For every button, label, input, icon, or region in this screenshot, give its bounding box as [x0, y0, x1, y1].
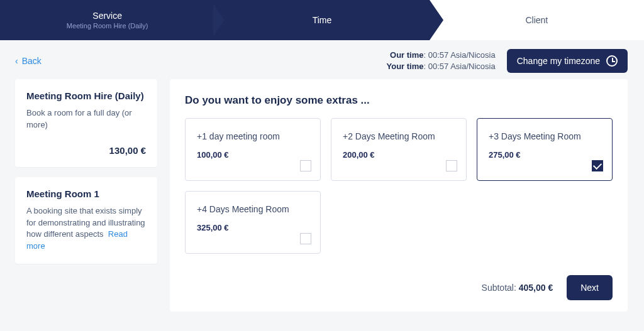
- your-time-value: 00:57 Asia/Nicosia: [428, 62, 496, 71]
- card-price: 130,00 €: [26, 145, 146, 156]
- footer: Subtotal: 405,00 € Next: [185, 254, 613, 300]
- extra-name: +1 day meeting room: [197, 131, 309, 141]
- extra-price: 200,00 €: [343, 150, 455, 160]
- subtotal: Subtotal: 405,00 €: [482, 283, 553, 293]
- checkbox-icon[interactable]: [300, 160, 311, 171]
- extra-name: +3 Days Meeting Room: [489, 131, 601, 141]
- subtotal-label: Subtotal:: [482, 283, 516, 293]
- our-time-value: 00:57 Asia/Nicosia: [428, 50, 496, 60]
- card-desc: A booking site that exists simply for de…: [26, 205, 146, 252]
- your-time-label: Your time: [387, 62, 424, 71]
- card-title: Meeting Room 1: [26, 188, 146, 199]
- sidebar: Meeting Room Hire (Daily) Book a room fo…: [15, 79, 157, 312]
- change-timezone-label: Change my timezone: [517, 56, 600, 66]
- checkbox-icon[interactable]: [300, 233, 311, 244]
- chevron-left-icon: ‹: [15, 56, 18, 66]
- extra-option[interactable]: +1 day meeting room 100,00 €: [185, 118, 321, 181]
- extra-name: +4 Days Meeting Room: [197, 204, 309, 214]
- extra-option[interactable]: +3 Days Meeting Room 275,00 €: [477, 118, 613, 181]
- subtotal-value: 405,00 €: [519, 283, 553, 293]
- topbar: ‹ Back Our time: 00:57 Asia/Nicosia Your…: [0, 40, 644, 79]
- step-service[interactable]: Service Meeting Room Hire (Daily): [0, 0, 214, 40]
- clock-icon: [606, 55, 618, 67]
- change-timezone-button[interactable]: Change my timezone: [507, 49, 628, 73]
- extras-heading: Do you want to enjoy some extras ...: [185, 94, 613, 107]
- next-button[interactable]: Next: [567, 275, 613, 300]
- step-client[interactable]: Client: [430, 0, 644, 40]
- step-sublabel: Meeting Room Hire (Daily): [67, 22, 148, 30]
- extra-name: +2 Days Meeting Room: [343, 131, 455, 141]
- checkbox-icon[interactable]: [592, 160, 603, 171]
- progress-bar: Service Meeting Room Hire (Daily) Time C…: [0, 0, 644, 40]
- back-label: Back: [22, 56, 42, 66]
- sidebar-card-room: Meeting Room 1 A booking site that exist…: [15, 177, 157, 264]
- step-label: Time: [313, 15, 332, 25]
- step-label: Service: [92, 11, 122, 21]
- extra-price: 100,00 €: [197, 150, 309, 160]
- extra-price: 275,00 €: [489, 150, 601, 160]
- timezone-info: Our time: 00:57 Asia/Nicosia Your time: …: [387, 50, 496, 72]
- sidebar-card-service: Meeting Room Hire (Daily) Book a room fo…: [15, 79, 157, 167]
- back-button[interactable]: ‹ Back: [15, 56, 42, 66]
- our-time-label: Our time: [390, 50, 423, 60]
- extra-price: 325,00 €: [197, 223, 309, 232]
- extra-option[interactable]: +4 Days Meeting Room 325,00 €: [185, 191, 321, 254]
- extras-grid: +1 day meeting room 100,00 € +2 Days Mee…: [185, 118, 613, 254]
- card-title: Meeting Room Hire (Daily): [26, 90, 146, 101]
- checkbox-icon[interactable]: [446, 160, 457, 171]
- extra-option[interactable]: +2 Days Meeting Room 200,00 €: [331, 118, 467, 181]
- content-panel: Do you want to enjoy some extras ... +1 …: [170, 79, 628, 312]
- step-time[interactable]: Time: [214, 0, 429, 40]
- card-desc: Book a room for a full day (or more): [26, 107, 146, 131]
- step-label: Client: [525, 15, 548, 25]
